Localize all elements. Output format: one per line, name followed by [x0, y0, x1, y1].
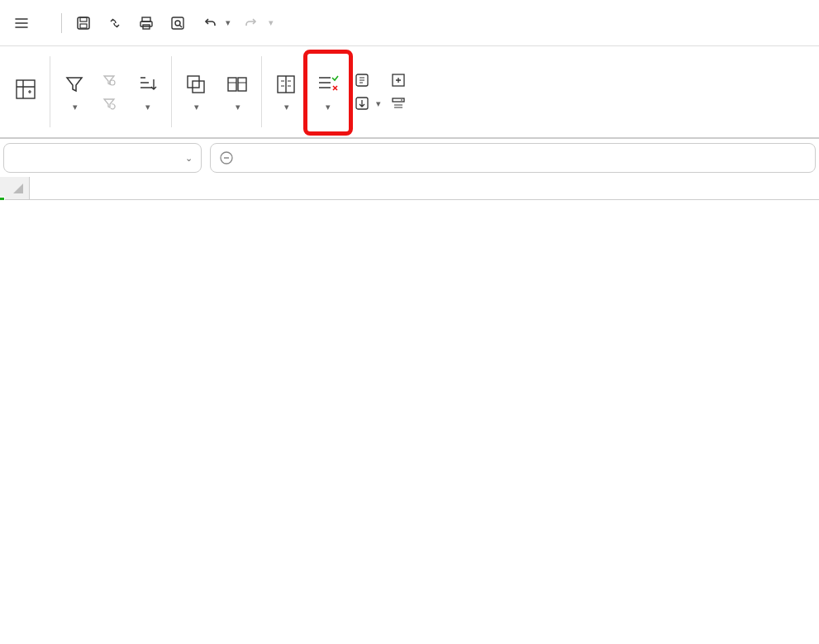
duplicates-button[interactable]: ▾ [175, 46, 217, 137]
undo-icon[interactable] [194, 8, 224, 38]
svg-rect-8 [17, 80, 35, 98]
find-entry-button[interactable] [355, 73, 373, 88]
data-compare-icon [225, 72, 250, 97]
save-icon[interactable] [69, 8, 98, 38]
preview-icon[interactable] [163, 8, 193, 38]
svg-rect-4 [140, 21, 152, 26]
svg-point-9 [110, 80, 115, 85]
svg-rect-11 [193, 81, 204, 93]
separator [261, 56, 262, 127]
chevron-down-icon[interactable]: ▾ [226, 17, 231, 28]
svg-rect-10 [188, 76, 199, 88]
select-all-corner[interactable] [0, 177, 30, 199]
chevron-down-icon: ▾ [326, 102, 331, 112]
svg-rect-12 [228, 78, 236, 91]
menu-icon[interactable] [7, 8, 36, 38]
ribbon: ▾ ▾ ▾ ▾ ▾ [0, 46, 819, 139]
sort-icon [135, 72, 160, 97]
divider [61, 13, 62, 33]
reapply-button[interactable] [102, 96, 120, 111]
chevron-down-icon: ▾ [145, 102, 150, 112]
data-tools-2 [388, 46, 416, 137]
svg-rect-13 [238, 78, 246, 91]
fill-button[interactable]: ▾ [355, 96, 381, 111]
print-icon[interactable] [131, 8, 161, 38]
pivot-table-button[interactable] [5, 46, 46, 137]
formula-input[interactable] [210, 143, 816, 173]
validity-icon [315, 72, 340, 97]
dropdown-list-button[interactable] [391, 96, 409, 111]
chevron-down-icon: ▾ [284, 102, 289, 112]
show-all-button[interactable] [102, 73, 120, 88]
name-box[interactable]: ⌄ [3, 143, 202, 173]
cancel-icon[interactable] [219, 150, 234, 165]
filter-button[interactable]: ▾ [54, 46, 95, 137]
duplicates-icon [183, 72, 208, 97]
svg-rect-0 [78, 17, 89, 29]
pivot-table-icon [13, 77, 38, 102]
menu-icons: ▾ ▾ [7, 8, 274, 38]
split-column-button[interactable]: ▾ [265, 46, 307, 137]
chevron-down-icon: ▾ [73, 102, 78, 112]
data-compare-button[interactable]: ▾ [217, 46, 258, 137]
svg-rect-3 [142, 17, 150, 21]
filter-extras [95, 46, 126, 137]
separator [171, 56, 172, 127]
chevron-down-icon: ▾ [236, 102, 240, 112]
chevron-down-icon[interactable]: ▾ [269, 17, 274, 28]
chevron-down-icon: ▾ [376, 98, 381, 109]
sort-button[interactable]: ▾ [126, 46, 168, 137]
split-column-icon [274, 72, 298, 97]
link-icon[interactable] [100, 8, 130, 38]
formula-bar: ⌄ [0, 139, 819, 177]
spreadsheet-grid [0, 177, 819, 200]
chevron-down-icon[interactable]: ⌄ [185, 153, 193, 164]
column-headers [0, 177, 819, 200]
redo-icon[interactable] [237, 8, 267, 38]
chevron-down-icon: ▾ [194, 102, 199, 112]
filter-icon [62, 72, 87, 97]
merge-calc-button[interactable] [391, 73, 409, 88]
separator [50, 56, 50, 127]
svg-rect-2 [80, 24, 87, 28]
data-tools: ▾ [348, 46, 388, 137]
validity-button[interactable]: ▾ [307, 46, 348, 137]
menu-bar: ▾ ▾ [0, 0, 819, 46]
